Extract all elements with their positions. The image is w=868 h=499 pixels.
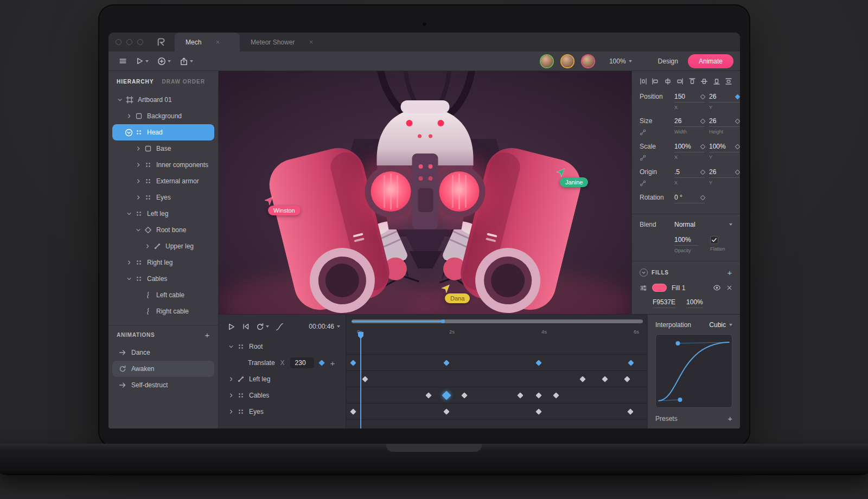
- timeline-scrollbar[interactable]: [346, 319, 647, 324]
- property-value-input[interactable]: 230: [290, 357, 314, 368]
- keyframe-track-cables[interactable]: [346, 387, 647, 404]
- avatar[interactable]: [561, 55, 573, 67]
- add-fill-button[interactable]: +: [727, 268, 732, 277]
- playhead[interactable]: [360, 336, 361, 428]
- keyframe-toggle[interactable]: [318, 360, 324, 366]
- opacity-input[interactable]: 100%: [674, 236, 698, 246]
- keyframe-track-left-leg[interactable]: [346, 371, 647, 387]
- window-close-button[interactable]: [116, 39, 122, 45]
- tree-item-root-bone[interactable]: Root bone: [112, 222, 214, 238]
- link-icon[interactable]: [640, 129, 646, 136]
- fills-collapse-button[interactable]: [640, 268, 648, 277]
- keyframe-diamond[interactable]: [735, 94, 740, 99]
- tree-item-cables[interactable]: Cables: [112, 271, 214, 287]
- tree-item-inner-components[interactable]: Inner components: [112, 157, 214, 173]
- keyframe[interactable]: [517, 392, 523, 398]
- current-time-display[interactable]: 00:00:46: [309, 323, 340, 330]
- position-x-input[interactable]: 150: [674, 93, 685, 100]
- keyframe[interactable]: [535, 392, 541, 398]
- scale-y-input[interactable]: 100%: [709, 143, 726, 150]
- tree-item-artboard-01[interactable]: Artboard 01: [112, 92, 214, 108]
- create-tool-button[interactable]: [154, 54, 175, 69]
- align-middle-vertical-icon[interactable]: [700, 78, 708, 85]
- timeline-row-cables[interactable]: Cables: [219, 387, 346, 404]
- tree-item-left-leg[interactable]: Left leg: [112, 206, 214, 222]
- timeline-row-left-leg[interactable]: Left leg: [219, 371, 346, 387]
- disclosure-circle-icon[interactable]: [125, 129, 133, 137]
- fill-color-swatch[interactable]: [652, 284, 667, 292]
- flatten-checkbox[interactable]: [710, 236, 718, 244]
- design-mode-button[interactable]: Design: [649, 54, 687, 68]
- export-button[interactable]: [176, 54, 197, 69]
- interpolation-tool-icon[interactable]: [276, 323, 284, 331]
- fill-item[interactable]: Fill 1: [640, 284, 732, 292]
- add-preset-button[interactable]: +: [727, 414, 732, 423]
- disclosure-chevron-icon[interactable]: [116, 97, 124, 103]
- keyframe-diamond[interactable]: [735, 169, 740, 175]
- tree-item-base[interactable]: Base: [112, 140, 214, 157]
- keyframe[interactable]: [443, 360, 449, 366]
- origin-y-input[interactable]: 26: [709, 168, 716, 176]
- keyframe-selected[interactable]: [442, 391, 451, 400]
- add-animation-button[interactable]: +: [205, 330, 210, 340]
- animation-item-awaken[interactable]: Awaken: [112, 361, 214, 377]
- avatar[interactable]: [541, 55, 553, 67]
- disclosure-chevron-icon[interactable]: [125, 210, 133, 217]
- keyframe[interactable]: [350, 360, 356, 366]
- distribute-horizontal-icon[interactable]: [640, 78, 647, 85]
- keyframe[interactable]: [350, 408, 356, 414]
- tab-hierarchy[interactable]: HIERARCHY: [117, 79, 154, 85]
- disclosure-chevron-icon[interactable]: [227, 408, 235, 415]
- disclosure-chevron-icon[interactable]: [134, 162, 142, 168]
- keyframe[interactable]: [627, 408, 633, 414]
- keyframe-diamond[interactable]: [700, 169, 706, 175]
- timeline-property-translate[interactable]: TranslateX230+: [219, 355, 346, 371]
- cubic-curve-editor[interactable]: [655, 334, 732, 408]
- fill-hex-input[interactable]: F9537E: [653, 298, 675, 308]
- loop-mode-button[interactable]: [256, 323, 269, 331]
- curve-handle[interactable]: [676, 341, 680, 346]
- align-left-icon[interactable]: [652, 78, 659, 85]
- add-keyframe-button[interactable]: +: [330, 359, 335, 368]
- menu-button[interactable]: [115, 54, 131, 68]
- animate-mode-button[interactable]: Animate: [688, 54, 733, 68]
- skip-to-start-button[interactable]: [242, 323, 250, 330]
- keyframe[interactable]: [579, 376, 585, 382]
- disclosure-chevron-icon[interactable]: [227, 392, 235, 399]
- position-y-input[interactable]: 26: [709, 93, 716, 100]
- align-bottom-icon[interactable]: [713, 78, 720, 85]
- keyframe-diamond[interactable]: [700, 144, 706, 149]
- tree-item-eyes[interactable]: Eyes: [112, 189, 214, 206]
- distribute-vertical-icon[interactable]: [725, 78, 732, 85]
- keyframe[interactable]: [602, 376, 608, 382]
- tree-item-upper-leg[interactable]: Upper leg: [112, 238, 214, 254]
- rotation-value-input[interactable]: 0 °: [674, 194, 682, 201]
- keyframe[interactable]: [628, 360, 634, 366]
- keyframe[interactable]: [362, 376, 368, 382]
- tree-item-external-armor[interactable]: External armor: [112, 173, 214, 189]
- keyframe-diamond[interactable]: [735, 144, 740, 149]
- visibility-eye-icon[interactable]: [713, 284, 721, 292]
- disclosure-chevron-icon[interactable]: [227, 376, 235, 382]
- curve-handle[interactable]: [678, 398, 682, 402]
- link-icon[interactable]: [640, 180, 646, 187]
- tree-item-right-leg[interactable]: Right leg: [112, 254, 214, 271]
- align-center-horizontal-icon[interactable]: [664, 78, 672, 85]
- tree-item-head[interactable]: Head: [112, 124, 214, 140]
- interpolation-select[interactable]: Cubic: [709, 321, 732, 329]
- select-tool-button[interactable]: [132, 54, 152, 68]
- tab-close-icon[interactable]: [215, 40, 220, 44]
- keyframe[interactable]: [535, 408, 541, 414]
- tree-item-background[interactable]: Background: [112, 108, 214, 124]
- zoom-control[interactable]: 100%: [605, 54, 636, 68]
- window-zoom-button[interactable]: [137, 39, 143, 45]
- disclosure-chevron-icon[interactable]: [134, 227, 142, 233]
- keyframe-diamond[interactable]: [700, 195, 706, 200]
- keyframe[interactable]: [624, 376, 630, 382]
- canvas[interactable]: WinstonJanineDana: [219, 71, 631, 314]
- tab-close-icon[interactable]: [309, 40, 314, 44]
- tab-draw-order[interactable]: DRAW ORDER: [162, 79, 205, 85]
- tab-meteor-shower[interactable]: Meteor Shower: [240, 33, 321, 52]
- disclosure-chevron-icon[interactable]: [134, 194, 142, 201]
- disclosure-chevron-icon[interactable]: [125, 276, 133, 282]
